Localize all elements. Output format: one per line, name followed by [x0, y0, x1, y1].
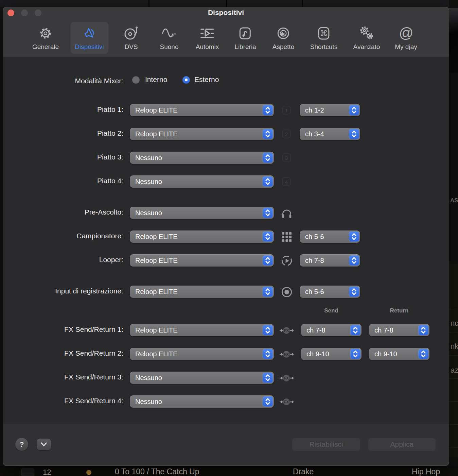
mixer-mode-label: Modalità Mixer:: [6, 77, 123, 85]
background-text-fragment: nc: [451, 319, 458, 328]
stepper-icon: [349, 232, 359, 242]
pre-ascolto-device-select[interactable]: Nessuno: [130, 207, 274, 219]
command-key-icon: ⌘: [316, 25, 332, 41]
svg-text:FX: FX: [284, 400, 288, 404]
svg-text:⌘: ⌘: [320, 29, 328, 38]
preferences-window: Dispositivi Generale: [3, 7, 449, 466]
stepper-icon: [263, 325, 273, 335]
help-button[interactable]: ?: [15, 438, 28, 451]
svg-text:FX: FX: [284, 376, 288, 380]
stepper-icon: [418, 325, 428, 335]
gear-icon: [38, 25, 53, 41]
svg-text:@: @: [399, 26, 413, 41]
fx-1-device-select[interactable]: Reloop ELITE: [130, 324, 274, 336]
footer-bar: ? Ristabilisci Applica: [3, 424, 449, 466]
stepper-icon: [349, 105, 359, 115]
background-app-right: AS nc nk az: [449, 0, 458, 476]
record-icon: [279, 285, 294, 300]
piatto-2-device-select[interactable]: Reloop ELITE: [130, 128, 274, 140]
radio-interno-label[interactable]: Interno: [145, 75, 167, 84]
fx-2-return-channel-select[interactable]: ch 9-10: [369, 348, 429, 360]
track-title: 0 To 100 / The Catch Up: [115, 467, 199, 476]
piatto-1-channel-select[interactable]: ch 1-2: [300, 104, 360, 116]
svg-text:FX: FX: [284, 328, 288, 333]
tab-dispositivi[interactable]: Dispositivi: [70, 22, 108, 54]
fx-send-return-4-row: FX Send/Return 4: Nessuno FX: [3, 395, 449, 408]
fx-2-send-channel-select[interactable]: ch 9-10: [301, 348, 362, 360]
campionatore-channel-select[interactable]: ch 5-6: [300, 231, 360, 243]
campionatore-device-select[interactable]: Reloop ELITE: [130, 231, 274, 243]
stepper-icon: [263, 129, 273, 139]
pre-ascolto-row: Pre-Ascolto: Nessuno: [3, 207, 449, 219]
tab-my-djay[interactable]: @ My djay: [390, 22, 421, 54]
apply-button[interactable]: Applica: [368, 438, 436, 451]
chevron-down-icon: [40, 442, 48, 447]
fx-icon: FX: [279, 323, 294, 338]
eye-icon: [275, 25, 292, 41]
background-now-playing-row: 12 0 To 100 / The Catch Up Drake Hip Hop: [0, 466, 458, 476]
piatto-3-row: Piatto 3: Nessuno 3: [3, 152, 449, 164]
tab-suono[interactable]: Suono: [156, 22, 183, 54]
background-text-fragment: nk: [451, 342, 458, 351]
zoom-button[interactable]: [35, 10, 41, 16]
stepper-icon: [349, 287, 359, 297]
tab-libreria[interactable]: Libreria: [230, 22, 260, 54]
stepper-icon: [350, 349, 360, 359]
stepper-icon: [263, 232, 273, 242]
tab-generale[interactable]: Generale: [28, 22, 63, 54]
close-button[interactable]: [7, 10, 14, 16]
stepper-icon: [418, 349, 428, 359]
track-genre: Hip Hop: [412, 467, 440, 476]
radio-interno[interactable]: [132, 76, 140, 84]
input-registrazione-device-select[interactable]: Reloop ELITE: [130, 286, 274, 298]
tab-aspetto[interactable]: Aspetto: [268, 22, 299, 54]
titlebar-toolbar: Dispositivi Generale: [3, 7, 449, 57]
radio-esterno[interactable]: [182, 76, 190, 84]
background-column-divider: [302, 0, 303, 7]
stepper-icon: [263, 373, 273, 383]
stepper-icon: [263, 176, 273, 187]
fx-1-return-channel-select[interactable]: ch 7-8: [369, 324, 429, 336]
tab-shortcuts[interactable]: ⌘ Shortcuts: [306, 22, 342, 54]
minimize-button[interactable]: [21, 10, 28, 16]
fx-send-return-3-row: FX Send/Return 3: Nessuno FX: [3, 372, 449, 384]
track-artist: Drake: [293, 467, 314, 476]
piatto-2-channel-select[interactable]: ch 3-4: [300, 128, 360, 140]
looper-device-select[interactable]: Reloop ELITE: [130, 254, 274, 267]
mixer-mode-row: Modalità Mixer: Interno Esterno: [3, 75, 449, 88]
looper-row: Looper: Reloop ELITE ch 7-8: [3, 254, 449, 267]
piatto-4-device-select[interactable]: Nessuno: [130, 175, 274, 188]
input-registrazione-channel-select[interactable]: ch 5-6: [300, 286, 360, 298]
fx-icon: FX: [279, 347, 294, 362]
sampler-grid-icon: [279, 230, 294, 244]
headphones-icon: [279, 206, 294, 221]
stepper-icon: [263, 105, 273, 115]
background-column-divider: [148, 0, 149, 7]
tab-automix[interactable]: Automix: [191, 22, 224, 54]
fx-2-device-select[interactable]: Reloop ELITE: [130, 348, 274, 360]
background-app-strip: [0, 0, 458, 7]
piatto-1-row: Piatto 1: Reloop ELITE 1 ch 1-2: [3, 104, 449, 116]
fx-4-device-select[interactable]: Nessuno: [130, 395, 274, 408]
reset-button[interactable]: Ristabilisci: [292, 438, 360, 451]
fx-send-return-2-row: FX Send/Return 2: Reloop ELITE FX ch 9-1…: [3, 348, 449, 360]
piatto-1-device-select[interactable]: Reloop ELITE: [130, 104, 274, 116]
radio-esterno-label[interactable]: Esterno: [194, 75, 219, 84]
gears-icon: [358, 25, 375, 41]
tab-avanzato[interactable]: Avanzato: [349, 22, 385, 54]
at-sign-icon: @: [398, 25, 414, 41]
speaker-icon: [81, 25, 98, 41]
collapse-button[interactable]: [37, 439, 51, 450]
track-number: 12: [43, 468, 51, 476]
fx-3-device-select[interactable]: Nessuno: [130, 372, 274, 384]
stepper-icon: [263, 287, 273, 297]
piatto-3-device-select[interactable]: Nessuno: [130, 152, 274, 164]
turntable-icon: [123, 25, 139, 41]
stepper-icon: [263, 153, 273, 163]
piatto-4-row: Piatto 4: Nessuno 4: [3, 175, 449, 188]
stepper-icon: [349, 129, 359, 139]
stepper-icon: [263, 349, 273, 359]
tab-dvs[interactable]: DVS: [119, 22, 144, 54]
looper-channel-select[interactable]: ch 7-8: [300, 254, 360, 267]
fx-1-send-channel-select[interactable]: ch 7-8: [301, 324, 362, 336]
